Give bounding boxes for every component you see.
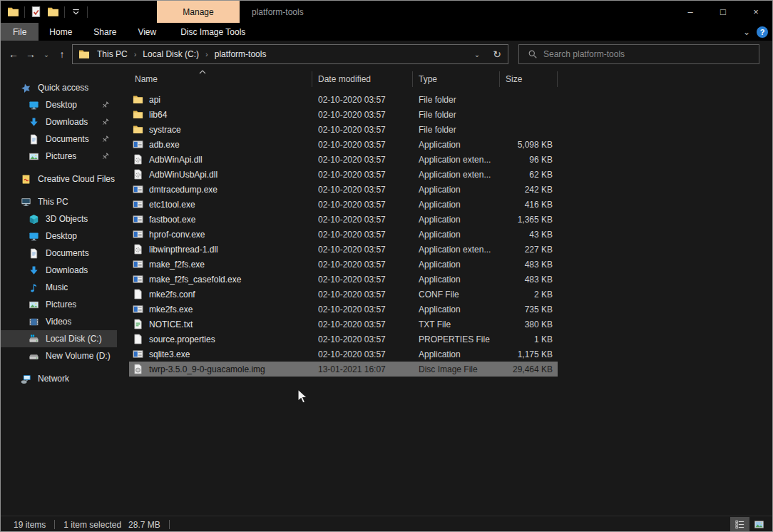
column-header-type[interactable]: Type (413, 71, 500, 87)
properties-check-icon[interactable] (30, 6, 42, 18)
file-name-cell: fastboot.exe (129, 214, 312, 225)
sidebar-item-desktop[interactable]: Desktop (1, 227, 117, 245)
ribbon-tab-file[interactable]: File (1, 23, 39, 41)
file-row-fastboot-exe[interactable]: fastboot.exe02-10-2020 03:57Application1… (129, 212, 558, 227)
sidebar-item-quick-access[interactable]: Quick access (1, 79, 117, 96)
file-row-make-f2fs-casefold-exe[interactable]: make_f2fs_casefold.exe02-10-2020 03:57Ap… (129, 272, 558, 287)
file-row-adbwinusbapi-dll[interactable]: AdbWinUsbApi.dll02-10-2020 03:57Applicat… (129, 167, 558, 182)
file-size: 1,175 KB (500, 349, 558, 359)
sidebar-item-videos[interactable]: Videos (1, 313, 117, 330)
sidebar-item-documents[interactable]: Documents (1, 245, 117, 262)
ribbon-tab-view[interactable]: View (127, 23, 167, 41)
file-row-dmtracedump-exe[interactable]: dmtracedump.exe02-10-2020 03:57Applicati… (129, 182, 558, 197)
file-type: Application exten... (413, 170, 500, 180)
sidebar-item-desktop[interactable]: Desktop (1, 96, 117, 113)
forward-button[interactable]: → (22, 45, 39, 63)
breadcrumb-platform-tools[interactable]: platform-tools (213, 49, 269, 59)
file-name-cell: hprof-conv.exe (129, 229, 312, 240)
file-row-hprof-conv-exe[interactable]: hprof-conv.exe02-10-2020 03:57Applicatio… (129, 227, 558, 242)
sidebar-item-downloads[interactable]: Downloads (1, 113, 117, 131)
drive-icon (28, 350, 39, 362)
file-row-twrp-3-5-0-9-0-guacamole-img[interactable]: twrp-3.5.0_9-0-guacamole.img13-01-2021 1… (129, 362, 558, 377)
file-type: Application (413, 215, 500, 225)
sidebar-item-downloads[interactable]: Downloads (1, 262, 117, 279)
customize-chevron-icon[interactable] (70, 6, 82, 18)
file-row-adbwinapi-dll[interactable]: AdbWinApi.dll02-10-2020 03:57Application… (129, 152, 558, 167)
details-view-button[interactable] (730, 517, 749, 532)
file-row-mke2fs-conf[interactable]: mke2fs.conf02-10-2020 03:57CONF File2 KB (129, 287, 558, 302)
sidebar-item-3d-objects[interactable]: 3D Objects (1, 210, 117, 227)
address-dropdown-icon[interactable]: ⌄ (468, 51, 486, 58)
folder-icon[interactable] (47, 6, 59, 18)
file-row-adb-exe[interactable]: adb.exe02-10-2020 03:57Application5,098 … (129, 137, 558, 152)
file-name-cell: mke2fs.conf (129, 289, 312, 300)
search-input[interactable] (543, 49, 759, 59)
pin-icon (101, 152, 110, 161)
sidebar-item-network[interactable]: Network (1, 370, 117, 387)
help-icon[interactable]: ? (757, 26, 768, 38)
recent-locations-chevron-icon[interactable]: ⌄ (39, 45, 53, 63)
file-row-libwinpthread-1-dll[interactable]: libwinpthread-1.dll02-10-2020 03:57Appli… (129, 242, 558, 257)
ribbon-tab-disc-image-tools[interactable]: Disc Image Tools (167, 23, 259, 41)
sidebar-item-new-volume-d[interactable]: New Volume (D:) (1, 347, 117, 364)
maximize-button[interactable]: □ (707, 1, 739, 23)
column-header-name[interactable]: Name (129, 71, 312, 87)
large-icons-view-icon (754, 519, 764, 530)
up-button[interactable]: ↑ (53, 45, 71, 63)
folder-icon[interactable] (7, 6, 19, 18)
file-date-modified: 02-10-2020 03:57 (312, 170, 413, 180)
selection-count: 1 item selected (63, 520, 121, 530)
column-header-size[interactable]: Size (500, 71, 558, 87)
manage-contextual-tab[interactable]: Manage (157, 1, 240, 23)
breadcrumb-separator-icon: › (130, 50, 141, 58)
sidebar-item-pictures[interactable]: Pictures (1, 148, 117, 165)
ribbon-tab-share[interactable]: Share (83, 23, 127, 41)
file-row-source-properties[interactable]: source.properties02-10-2020 03:57PROPERT… (129, 332, 558, 347)
file-row-notice-txt[interactable]: NOTICE.txt02-10-2020 03:57TXT File380 KB (129, 317, 558, 332)
file-row-mke2fs-exe[interactable]: mke2fs.exe02-10-2020 03:57Application735… (129, 302, 558, 317)
sidebar-item-music[interactable]: Music (1, 279, 117, 296)
search-box[interactable] (518, 44, 759, 64)
large-icons-view-button[interactable] (749, 517, 769, 532)
file-row-etc1tool-exe[interactable]: etc1tool.exe02-10-2020 03:57Application4… (129, 197, 558, 212)
disc-icon (133, 364, 143, 374)
ribbon-tab-home[interactable]: Home (39, 23, 83, 41)
sidebar-item-label: 3D Objects (46, 214, 88, 224)
minimize-button[interactable]: – (674, 1, 707, 23)
file-size: 29,464 KB (500, 364, 558, 374)
close-button[interactable]: × (739, 1, 772, 23)
file-row-systrace[interactable]: systrace02-10-2020 03:57File folder (129, 122, 558, 137)
column-headers: Name Date modified Type Size (129, 71, 558, 87)
file-date-modified: 02-10-2020 03:57 (312, 140, 413, 150)
file-name-cell: dmtracedump.exe (129, 184, 312, 195)
file-row-make-f2fs-exe[interactable]: make_f2fs.exe02-10-2020 03:57Application… (129, 257, 558, 272)
address-bar[interactable]: This PC›Local Disk (C:)›platform-tools ⌄… (72, 44, 508, 64)
file-date-modified: 02-10-2020 03:57 (312, 334, 413, 344)
sidebar-item-this-pc[interactable]: This PC (1, 193, 117, 210)
sidebar-item-label: Desktop (46, 100, 77, 110)
file-row-api[interactable]: api02-10-2020 03:57File folder (129, 92, 558, 107)
file-date-modified: 13-01-2021 16:07 (312, 364, 413, 374)
sidebar-item-label: Downloads (46, 117, 88, 127)
star-icon (20, 82, 31, 93)
sidebar-item-local-disk-c[interactable]: Local Disk (C:) (1, 330, 117, 347)
breadcrumb-local-disk-c[interactable]: Local Disk (C:) (140, 49, 201, 59)
file-row-lib64[interactable]: lib6402-10-2020 03:57File folder (129, 107, 558, 122)
file-row-sqlite3-exe[interactable]: sqlite3.exe02-10-2020 03:57Application1,… (129, 347, 558, 362)
back-button[interactable]: ← (5, 45, 22, 63)
creative-cloud-icon (20, 173, 31, 185)
sidebar-item-pictures[interactable]: Pictures (1, 296, 117, 313)
music-icon (28, 282, 39, 293)
file-name: dmtracedump.exe (149, 185, 217, 195)
file-name-cell: NOTICE.txt (129, 319, 312, 329)
breadcrumb-this-pc[interactable]: This PC (95, 49, 130, 59)
file-name-cell: AdbWinApi.dll (129, 154, 312, 165)
sidebar-item-documents[interactable]: Documents (1, 131, 117, 148)
ribbon-collapse-icon[interactable]: ⌄ (743, 27, 750, 37)
file-type: Disc Image File (413, 364, 500, 374)
file-name-cell: mke2fs.exe (129, 304, 312, 314)
sidebar-item-creative-cloud-files[interactable]: Creative Cloud Files (1, 170, 117, 188)
column-header-date-modified[interactable]: Date modified (312, 71, 413, 87)
sidebar-item-label: Local Disk (C:) (46, 334, 102, 344)
refresh-icon[interactable]: ↻ (486, 48, 508, 60)
